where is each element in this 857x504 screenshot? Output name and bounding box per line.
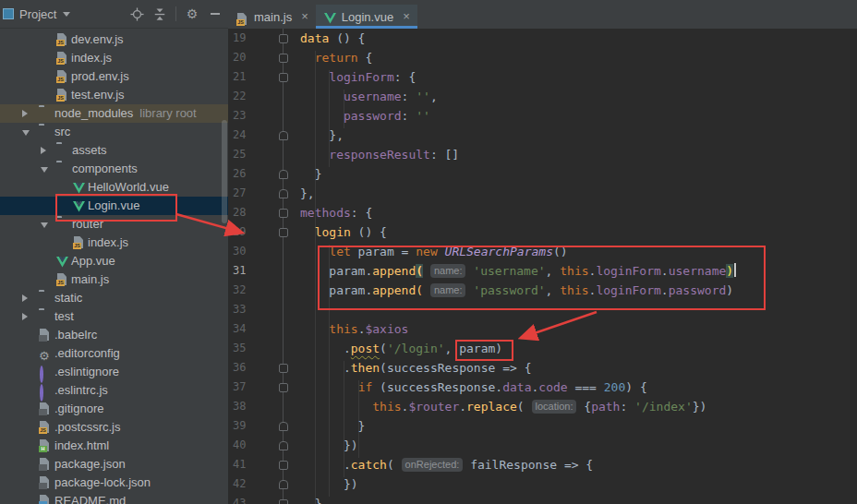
tree-item-package-lock-json[interactable]: package-lock.json [0,474,228,492]
code-line-25[interactable]: 25 responseResult: [] [228,145,857,164]
tree-item-node-modules[interactable]: node_moduleslibrary root [0,104,228,123]
editor-tabbar: JSmain.js×Login.vue× [228,0,857,29]
tree-item-components[interactable]: components [0,160,228,178]
tree-scrollbar[interactable] [222,120,227,223]
code-line-37[interactable]: 37 if (successResponse.data.code === 200… [228,378,857,397]
fold-end-marker[interactable] [279,189,288,198]
tree-item-eslintrc-js[interactable]: .eslintrc.js [0,381,228,400]
tree-item-helloworld-vue[interactable]: HelloWorld.vue [0,178,228,197]
tree-item-label: package.json [54,455,126,474]
tab-close-icon[interactable]: × [403,11,410,22]
tree-item-eslintignore[interactable]: .eslintignore [0,363,228,381]
code-line-29[interactable]: 29 login () { [228,222,857,242]
code-line-22[interactable]: 22 username: '', [228,87,857,106]
locate-icon[interactable] [129,6,144,21]
code-line-28[interactable]: 28methods: { [228,203,857,222]
fold-end-marker[interactable] [279,131,288,140]
tab-main-js[interactable]: JSmain.js× [228,5,316,29]
fold-marker[interactable] [279,209,288,218]
tree-item-index-js[interactable]: JSindex.js [0,49,228,67]
tree-item-app-vue[interactable]: App.vue [0,252,228,270]
code-line-38[interactable]: 38 this.$router.replace( location: {path… [228,397,857,416]
fold-end-marker[interactable] [279,422,288,431]
project-panel-header: Project ⚙ [0,0,228,29]
tree-item-index-js[interactable]: JSindex.js [0,234,228,252]
tree-item-babelrc[interactable]: .babelrc [0,326,228,344]
chevron-collapsed-icon[interactable] [41,147,46,154]
chevron-collapsed-icon[interactable] [22,294,28,302]
tree-item-test[interactable]: test [0,307,228,326]
tree-item-prod-env-js[interactable]: JSprod.env.js [0,67,228,86]
tree-item-login-vue[interactable]: Login.vue [0,197,228,215]
code-line-40[interactable]: 40 }) [228,436,857,455]
tree-item-static[interactable]: static [0,289,228,307]
fold-marker[interactable] [279,383,288,392]
hide-panel-icon[interactable] [208,6,223,21]
chevron-expanded-icon[interactable] [41,167,48,173]
tree-item-label: dev.env.js [71,30,124,49]
code-line-33[interactable]: 33 [228,300,857,319]
file-tree: JSdev.env.jsJSindex.jsJSprod.env.jsJStes… [0,29,228,504]
fold-marker[interactable] [279,228,288,237]
fold-end-marker[interactable] [279,441,288,450]
fold-marker[interactable] [279,364,288,373]
code-line-21[interactable]: 21 loginForm: { [228,67,857,87]
tree-item-postcssrc-js[interactable]: JS.postcssrc.js [0,418,228,437]
code-line-39[interactable]: 39 } [228,416,857,436]
code-line-43[interactable]: 43 } [228,494,857,504]
chevron-expanded-icon[interactable] [41,222,48,228]
code-line-23[interactable]: 23 password: '' [228,106,857,126]
tab-login-vue[interactable]: Login.vue× [316,5,417,29]
line-number: 38 [233,397,257,416]
fold-marker[interactable] [279,461,288,470]
fold-marker[interactable] [279,34,288,43]
chevron-expanded-icon[interactable] [22,130,30,136]
fold-marker[interactable] [279,73,288,82]
fold-marker[interactable] [279,499,288,504]
caret-down-icon[interactable] [63,12,70,17]
code-line-30[interactable]: 30 let param = new URLSearchParams() [228,242,857,261]
code-line-41[interactable]: 41 .catch( onRejected: failResponse => { [228,455,857,474]
chevron-collapsed-icon[interactable] [22,313,28,320]
js-file-icon: JS [39,421,52,434]
line-number: 41 [233,455,257,474]
code-line-27[interactable]: 27}, [228,184,857,203]
tree-item-readme-md[interactable]: README.md [0,492,228,504]
code-line-31[interactable]: 31 param.append( name: 'username', this.… [228,261,857,281]
code-line-36[interactable]: 36 .then(successResponse => { [228,358,857,378]
code-line-26[interactable]: 26 } [228,164,857,184]
fold-end-marker[interactable] [279,170,288,179]
code-line-24[interactable]: 24 }, [228,126,857,145]
code-line-19[interactable]: 19data () { [228,29,857,48]
code-line-34[interactable]: 34 this.$axios [228,319,857,339]
fold-end-marker[interactable] [279,480,288,489]
code-editor[interactable]: 19data () {20 return {21 loginForm: {22 … [228,29,857,504]
settings-icon[interactable]: ⚙ [185,6,199,21]
tree-item-main-js[interactable]: JSmain.js [0,270,228,289]
line-number: 34 [233,319,257,339]
tab-close-icon[interactable]: × [301,11,308,22]
code-line-20[interactable]: 20 return { [228,48,857,67]
tab-label: Login.vue [342,10,393,24]
tree-item-label: components [72,160,138,178]
code-line-42[interactable]: 42 }) [228,474,857,494]
folder-icon [56,218,69,231]
tree-item-editorconfig[interactable]: ⚙.editorconfig [0,344,228,363]
project-panel-title[interactable]: Project [19,7,56,21]
tree-item-package-json[interactable]: package.json [0,455,228,474]
tree-item-router[interactable]: router [0,215,228,234]
code-line-35[interactable]: 35 .post('/login', param) [228,339,857,358]
fold-marker[interactable] [279,54,288,63]
tree-item-src[interactable]: src [0,123,228,141]
tree-item-dev-env-js[interactable]: JSdev.env.js [0,30,228,49]
tree-item-test-env-js[interactable]: JStest.env.js [0,86,228,104]
inlay-hint: location: [532,400,577,414]
tree-item-gitignore[interactable]: .gitignore [0,400,228,418]
project-panel: Project ⚙ JSdev.env.jsJSindex.jsJSprod.e… [0,0,228,504]
chevron-collapsed-icon[interactable] [22,110,28,117]
code-line-32[interactable]: 32 param.append( name: 'password', this.… [228,281,857,300]
tree-item-assets[interactable]: assets [0,141,228,160]
collapse-all-icon[interactable] [152,6,167,21]
tree-item-index-html[interactable]: Hindex.html [0,437,228,455]
code-text: } [300,416,365,436]
